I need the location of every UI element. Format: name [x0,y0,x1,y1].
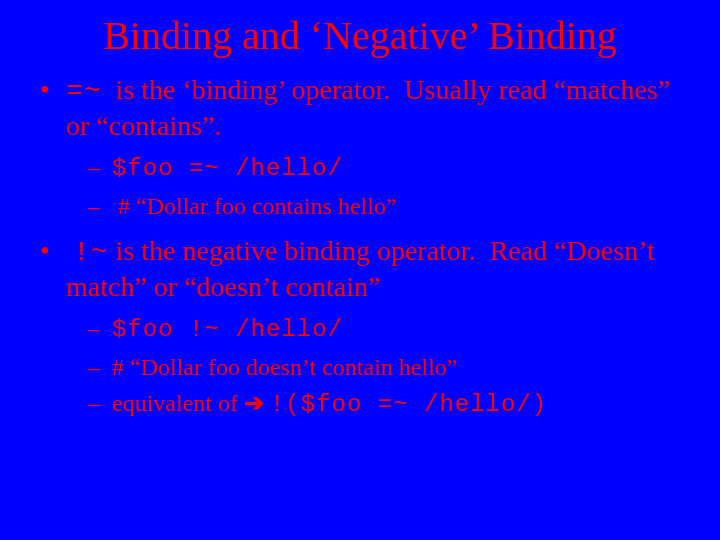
bullet-text: !~ is the negative binding operator. Rea… [66,235,655,302]
sub-text: # “Dollar foo doesn’t contain hello” [112,354,457,380]
sub-list-item: $foo =~ /hello/ [88,151,684,185]
list-item: =~ is the ‘binding’ operator. Usually re… [38,73,684,222]
sub-text: # “Dollar foo contains hello” [112,193,397,219]
list-item: !~ is the negative binding operator. Rea… [38,234,684,421]
sub-list-item: # “Dollar foo contains hello” [88,190,684,222]
sub-text: $foo =~ /hello/ [112,154,343,180]
sub-list-item: $foo !~ /hello/ [88,312,684,346]
slide-title: Binding and ‘Negative’ Binding [36,12,684,59]
sub-text: equivalent of ➔ !($foo =~ /hello/) [112,390,547,416]
sub-text: $foo !~ /hello/ [112,315,343,341]
sub-list: $foo !~ /hello/ # “Dollar foo doesn’t co… [66,312,684,421]
sub-list-item: equivalent of ➔ !($foo =~ /hello/) [88,387,684,421]
bullet-text: =~ is the ‘binding’ operator. Usually re… [66,74,670,141]
sub-list: $foo =~ /hello/ # “Dollar foo contains h… [66,151,684,222]
sub-list-item: # “Dollar foo doesn’t contain hello” [88,351,684,383]
slide: Binding and ‘Negative’ Binding =~ is the… [0,0,720,540]
bullet-list: =~ is the ‘binding’ operator. Usually re… [36,73,684,422]
